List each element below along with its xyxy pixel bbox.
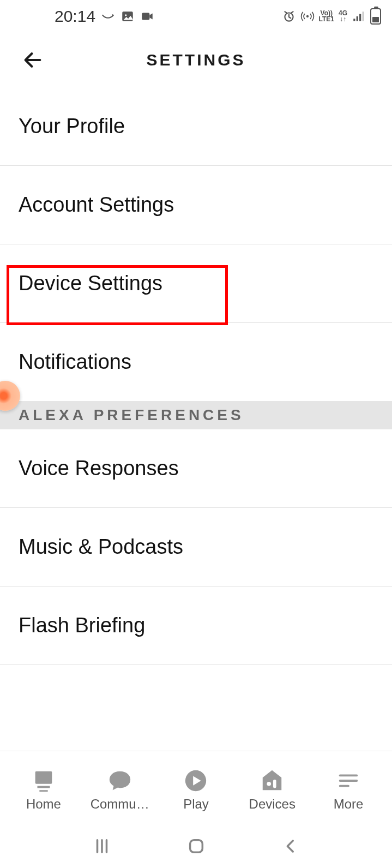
settings-item-music-podcasts[interactable]: Music & Podcasts <box>0 508 392 586</box>
tab-play[interactable]: Play <box>158 768 234 812</box>
settings-item-label: Account Settings <box>19 193 174 216</box>
svg-rect-6 <box>357 16 358 21</box>
tab-label: Home <box>26 797 61 812</box>
tab-label: Devices <box>249 797 295 812</box>
system-nav-bar <box>0 824 392 868</box>
section-header-alexa-preferences: ALEXA PREFERENCES <box>0 401 392 429</box>
tab-communicate[interactable]: Commu… <box>82 768 158 812</box>
svg-rect-15 <box>339 775 358 777</box>
svg-rect-18 <box>190 840 202 853</box>
amazon-swoosh-icon <box>101 9 115 23</box>
tab-devices[interactable]: Devices <box>234 768 310 812</box>
settings-item-label: Flash Briefing <box>19 614 145 637</box>
settings-content: Your Profile Account Settings Device Set… <box>0 87 392 751</box>
tab-label: Play <box>183 797 209 812</box>
tab-label: More <box>334 797 364 812</box>
settings-item-label: Device Settings <box>19 272 162 295</box>
arrow-left-icon <box>22 49 44 71</box>
home-button[interactable] <box>185 835 207 857</box>
devices-icon <box>258 768 286 793</box>
tab-label: Commu… <box>91 797 149 812</box>
svg-rect-8 <box>363 11 364 21</box>
svg-rect-16 <box>339 780 358 782</box>
app-header: SETTINGS <box>0 33 392 87</box>
svg-rect-7 <box>359 14 361 21</box>
svg-rect-10 <box>37 786 50 788</box>
status-bar: 20:14 Vo))LTE1 4G↓↑ <box>0 0 392 33</box>
home-nav-icon <box>187 837 206 855</box>
network-indicator: 4G↓↑ <box>339 10 347 22</box>
settings-item-your-profile[interactable]: Your Profile <box>0 87 392 166</box>
battery-icon <box>370 8 381 25</box>
chevron-left-icon <box>281 837 300 855</box>
svg-rect-14 <box>273 780 276 788</box>
bottom-tab-bar: Home Commu… Play Devices More <box>0 751 392 824</box>
recent-icon <box>93 837 111 855</box>
svg-point-13 <box>267 782 272 786</box>
settings-item-voice-responses[interactable]: Voice Responses <box>0 429 392 508</box>
page-title: SETTINGS <box>146 51 245 69</box>
settings-item-flash-briefing[interactable]: Flash Briefing <box>0 586 392 665</box>
svg-rect-17 <box>339 785 349 787</box>
svg-rect-11 <box>39 790 47 792</box>
tab-home[interactable]: Home <box>5 768 82 812</box>
settings-item-label: Notifications <box>19 350 131 373</box>
settings-item-label: Your Profile <box>19 115 125 137</box>
video-icon <box>140 9 154 23</box>
svg-rect-2 <box>142 13 149 20</box>
svg-rect-5 <box>353 19 355 21</box>
svg-rect-9 <box>35 771 52 784</box>
svg-point-4 <box>306 15 308 17</box>
tab-more[interactable]: More <box>310 768 387 812</box>
home-icon <box>30 768 57 793</box>
volte-indicator: Vo))LTE1 <box>319 10 334 22</box>
settings-item-label: Music & Podcasts <box>19 535 183 558</box>
more-icon <box>335 768 362 793</box>
back-nav-button[interactable] <box>280 835 301 857</box>
chat-icon <box>106 768 134 793</box>
image-icon <box>120 9 135 23</box>
status-left: 20:14 <box>55 7 154 26</box>
status-time: 20:14 <box>55 7 95 26</box>
recent-apps-button[interactable] <box>91 835 113 857</box>
signal-icon <box>352 9 366 23</box>
back-button[interactable] <box>22 49 44 71</box>
hotspot-icon <box>300 9 315 23</box>
settings-item-notifications[interactable]: Notifications <box>0 323 392 401</box>
settings-item-label: Voice Responses <box>19 457 179 480</box>
svg-point-1 <box>125 14 126 16</box>
alarm-icon <box>282 9 296 23</box>
status-right: Vo))LTE1 4G↓↑ <box>282 8 381 25</box>
settings-item-account-settings[interactable]: Account Settings <box>0 166 392 244</box>
play-icon <box>182 768 209 793</box>
settings-item-device-settings[interactable]: Device Settings <box>0 244 392 323</box>
